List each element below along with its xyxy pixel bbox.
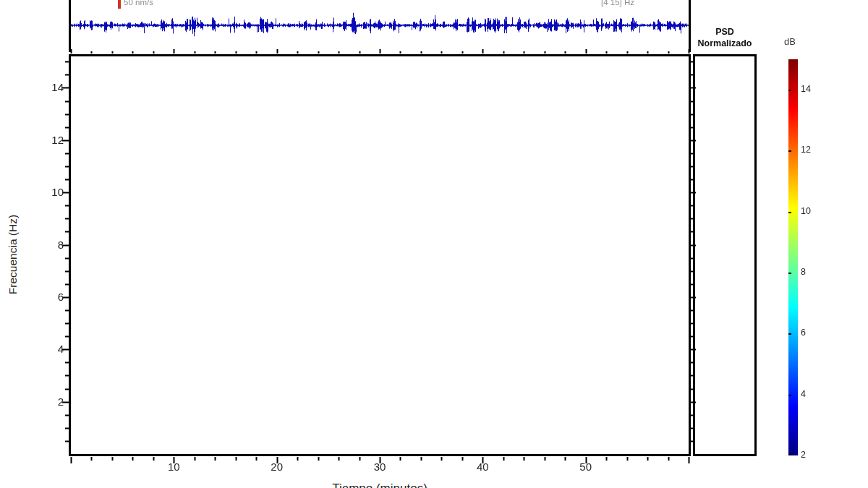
filter-band-label: [4 15] Hz (601, 0, 634, 7)
waveform-trace-canvas (71, 0, 689, 52)
spectrogram-axes-border (69, 54, 691, 456)
cbtick-label: 6 (801, 328, 806, 338)
ytick-label: 14 (32, 81, 64, 93)
ytick-label: 6 (32, 291, 64, 303)
amplitude-scale-label: 50 nm/s (124, 0, 153, 7)
colorbar-unit-label: dB (784, 36, 796, 47)
ytick-label: 8 (32, 239, 64, 251)
colorbar-canvas (788, 59, 798, 455)
y-axis-label: Frecuencia (Hz) (7, 204, 20, 305)
cbtick-label: 4 (801, 389, 806, 399)
x-axis-label: Tiempo (minutos) (69, 481, 691, 488)
psd-title-line2: Normalizado (684, 38, 765, 49)
xtick-label: 20 (263, 461, 292, 473)
xtick-label: 40 (468, 461, 497, 473)
spectrogram-figure: 50 nm/s [4 15] Hz Frecuencia (Hz) Tiempo… (0, 0, 868, 488)
cbtick-label: 8 (801, 267, 806, 277)
ytick-label: 2 (32, 395, 64, 408)
amplitude-scale-bar (118, 0, 121, 9)
psd-axes-border (693, 54, 757, 456)
xtick-label: 50 (571, 461, 600, 473)
cbtick-label: 14 (801, 84, 811, 94)
cbtick-label: 10 (801, 206, 811, 216)
ytick-label: 12 (32, 134, 64, 146)
cbtick-label: 2 (801, 450, 806, 460)
cbtick-label: 12 (801, 145, 811, 155)
psd-panel-title: PSD Normalizado (684, 26, 765, 49)
psd-title-line1: PSD (684, 26, 765, 38)
xtick-label: 30 (365, 461, 394, 473)
ytick-label: 4 (32, 343, 64, 355)
xtick-label: 10 (159, 461, 188, 473)
ytick-label: 10 (32, 186, 64, 198)
